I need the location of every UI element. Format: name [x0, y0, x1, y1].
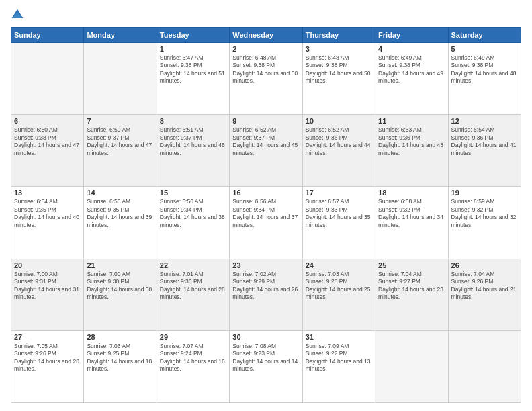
- day-info: Sunrise: 6:54 AM Sunset: 9:36 PM Dayligh…: [451, 126, 518, 157]
- calendar-week-row: 27Sunrise: 7:05 AM Sunset: 9:26 PM Dayli…: [11, 330, 521, 402]
- calendar-day-cell: 26Sunrise: 7:04 AM Sunset: 9:26 PM Dayli…: [448, 259, 521, 330]
- day-number: 15: [160, 189, 226, 197]
- day-info: Sunrise: 6:58 AM Sunset: 9:32 PM Dayligh…: [378, 198, 445, 229]
- day-number: 10: [306, 117, 372, 125]
- day-info: Sunrise: 6:48 AM Sunset: 9:38 PM Dayligh…: [232, 54, 299, 85]
- day-info: Sunrise: 7:08 AM Sunset: 9:23 PM Dayligh…: [232, 342, 299, 373]
- day-info: Sunrise: 6:51 AM Sunset: 9:37 PM Dayligh…: [160, 126, 226, 157]
- day-info: Sunrise: 6:59 AM Sunset: 9:32 PM Dayligh…: [451, 198, 518, 229]
- day-info: Sunrise: 7:00 AM Sunset: 9:31 PM Dayligh…: [14, 271, 81, 302]
- day-number: 5: [451, 45, 518, 53]
- calendar-day-cell: 19Sunrise: 6:59 AM Sunset: 9:32 PM Dayli…: [448, 187, 521, 259]
- calendar-header-friday: Friday: [375, 28, 448, 43]
- day-number: 28: [87, 333, 153, 341]
- calendar-day-cell: 27Sunrise: 7:05 AM Sunset: 9:26 PM Dayli…: [11, 330, 84, 402]
- calendar-day-cell: 10Sunrise: 6:52 AM Sunset: 9:36 PM Dayli…: [302, 115, 375, 187]
- calendar-day-cell: 16Sunrise: 6:56 AM Sunset: 9:34 PM Dayli…: [230, 187, 302, 259]
- calendar-day-cell: 17Sunrise: 6:57 AM Sunset: 9:33 PM Dayli…: [302, 187, 375, 259]
- day-number: 14: [87, 189, 153, 197]
- calendar-day-cell: 25Sunrise: 7:04 AM Sunset: 9:27 PM Dayli…: [375, 259, 448, 330]
- day-number: 19: [451, 189, 518, 197]
- day-number: 22: [160, 261, 226, 269]
- day-number: 21: [87, 261, 153, 269]
- calendar-week-row: 13Sunrise: 6:54 AM Sunset: 9:35 PM Dayli…: [11, 187, 521, 259]
- day-number: 23: [232, 261, 299, 269]
- day-info: Sunrise: 6:49 AM Sunset: 9:38 PM Dayligh…: [378, 54, 445, 85]
- day-number: 16: [232, 189, 299, 197]
- day-info: Sunrise: 6:57 AM Sunset: 9:33 PM Dayligh…: [306, 198, 372, 229]
- day-info: Sunrise: 7:07 AM Sunset: 9:24 PM Dayligh…: [160, 342, 226, 373]
- calendar-day-cell: 6Sunrise: 6:50 AM Sunset: 9:38 PM Daylig…: [11, 115, 84, 187]
- day-info: Sunrise: 6:56 AM Sunset: 9:34 PM Dayligh…: [232, 198, 299, 229]
- calendar-day-cell: 5Sunrise: 6:49 AM Sunset: 9:38 PM Daylig…: [448, 43, 521, 115]
- day-info: Sunrise: 6:53 AM Sunset: 9:36 PM Dayligh…: [378, 126, 445, 157]
- calendar-day-cell: 22Sunrise: 7:01 AM Sunset: 9:30 PM Dayli…: [157, 259, 229, 330]
- calendar-header-thursday: Thursday: [302, 28, 375, 43]
- calendar-day-cell: 4Sunrise: 6:49 AM Sunset: 9:38 PM Daylig…: [375, 43, 448, 115]
- calendar-day-cell: 3Sunrise: 6:48 AM Sunset: 9:38 PM Daylig…: [302, 43, 375, 115]
- logo: [11, 8, 27, 21]
- calendar-day-cell: 30Sunrise: 7:08 AM Sunset: 9:23 PM Dayli…: [230, 330, 302, 402]
- calendar-day-cell: 8Sunrise: 6:51 AM Sunset: 9:37 PM Daylig…: [157, 115, 229, 187]
- day-number: 4: [378, 45, 445, 53]
- calendar-day-cell: 14Sunrise: 6:55 AM Sunset: 9:35 PM Dayli…: [84, 187, 157, 259]
- day-number: 26: [451, 261, 518, 269]
- calendar-week-row: 6Sunrise: 6:50 AM Sunset: 9:38 PM Daylig…: [11, 115, 521, 187]
- day-info: Sunrise: 6:50 AM Sunset: 9:38 PM Dayligh…: [14, 126, 81, 157]
- day-info: Sunrise: 7:05 AM Sunset: 9:26 PM Dayligh…: [14, 342, 81, 373]
- day-number: 24: [306, 261, 372, 269]
- calendar-day-cell: 2Sunrise: 6:48 AM Sunset: 9:38 PM Daylig…: [230, 43, 302, 115]
- day-number: 25: [378, 261, 445, 269]
- calendar-day-cell: 24Sunrise: 7:03 AM Sunset: 9:28 PM Dayli…: [302, 259, 375, 330]
- day-info: Sunrise: 7:09 AM Sunset: 9:22 PM Dayligh…: [306, 342, 372, 373]
- day-info: Sunrise: 6:52 AM Sunset: 9:37 PM Dayligh…: [232, 126, 299, 157]
- day-info: Sunrise: 6:52 AM Sunset: 9:36 PM Dayligh…: [306, 126, 372, 157]
- calendar-header-saturday: Saturday: [448, 28, 521, 43]
- day-number: 8: [160, 117, 226, 125]
- day-number: 20: [14, 261, 81, 269]
- day-number: 2: [232, 45, 299, 53]
- calendar-day-cell: 28Sunrise: 7:06 AM Sunset: 9:25 PM Dayli…: [84, 330, 157, 402]
- day-info: Sunrise: 6:47 AM Sunset: 9:38 PM Dayligh…: [160, 54, 226, 85]
- day-info: Sunrise: 7:01 AM Sunset: 9:30 PM Dayligh…: [160, 271, 226, 302]
- calendar-day-cell: 21Sunrise: 7:00 AM Sunset: 9:30 PM Dayli…: [84, 259, 157, 330]
- day-number: 6: [14, 117, 81, 125]
- calendar-day-cell: [448, 330, 521, 402]
- header: [11, 8, 521, 21]
- calendar-day-cell: 31Sunrise: 7:09 AM Sunset: 9:22 PM Dayli…: [302, 330, 375, 402]
- day-info: Sunrise: 6:54 AM Sunset: 9:35 PM Dayligh…: [14, 198, 81, 229]
- day-info: Sunrise: 6:49 AM Sunset: 9:38 PM Dayligh…: [451, 54, 518, 85]
- calendar-day-cell: 29Sunrise: 7:07 AM Sunset: 9:24 PM Dayli…: [157, 330, 229, 402]
- day-info: Sunrise: 7:04 AM Sunset: 9:26 PM Dayligh…: [451, 271, 518, 302]
- day-info: Sunrise: 6:48 AM Sunset: 9:38 PM Dayligh…: [306, 54, 372, 85]
- calendar-day-cell: 1Sunrise: 6:47 AM Sunset: 9:38 PM Daylig…: [157, 43, 229, 115]
- calendar-header-row: SundayMondayTuesdayWednesdayThursdayFrid…: [11, 28, 521, 43]
- calendar-header-monday: Monday: [84, 28, 157, 43]
- calendar-day-cell: 12Sunrise: 6:54 AM Sunset: 9:36 PM Dayli…: [448, 115, 521, 187]
- calendar-header-sunday: Sunday: [11, 28, 84, 43]
- calendar-week-row: 20Sunrise: 7:00 AM Sunset: 9:31 PM Dayli…: [11, 259, 521, 330]
- day-number: 18: [378, 189, 445, 197]
- calendar-day-cell: 9Sunrise: 6:52 AM Sunset: 9:37 PM Daylig…: [230, 115, 302, 187]
- day-number: 13: [14, 189, 81, 197]
- day-number: 3: [306, 45, 372, 53]
- day-number: 9: [232, 117, 299, 125]
- day-info: Sunrise: 7:06 AM Sunset: 9:25 PM Dayligh…: [87, 342, 153, 373]
- day-number: 17: [306, 189, 372, 197]
- calendar-week-row: 1Sunrise: 6:47 AM Sunset: 9:38 PM Daylig…: [11, 43, 521, 115]
- day-info: Sunrise: 7:02 AM Sunset: 9:29 PM Dayligh…: [232, 271, 299, 302]
- calendar-header-wednesday: Wednesday: [230, 28, 302, 43]
- calendar-day-cell: 18Sunrise: 6:58 AM Sunset: 9:32 PM Dayli…: [375, 187, 448, 259]
- day-number: 27: [14, 333, 81, 341]
- day-info: Sunrise: 6:55 AM Sunset: 9:35 PM Dayligh…: [87, 198, 153, 229]
- day-number: 29: [160, 333, 226, 341]
- day-info: Sunrise: 6:50 AM Sunset: 9:37 PM Dayligh…: [87, 126, 153, 157]
- day-number: 1: [160, 45, 226, 53]
- calendar-day-cell: 23Sunrise: 7:02 AM Sunset: 9:29 PM Dayli…: [230, 259, 302, 330]
- calendar-table: SundayMondayTuesdayWednesdayThursdayFrid…: [11, 27, 521, 403]
- calendar-header-tuesday: Tuesday: [157, 28, 229, 43]
- day-number: 11: [378, 117, 445, 125]
- calendar-day-cell: [375, 330, 448, 402]
- day-info: Sunrise: 7:00 AM Sunset: 9:30 PM Dayligh…: [87, 271, 153, 302]
- day-number: 12: [451, 117, 518, 125]
